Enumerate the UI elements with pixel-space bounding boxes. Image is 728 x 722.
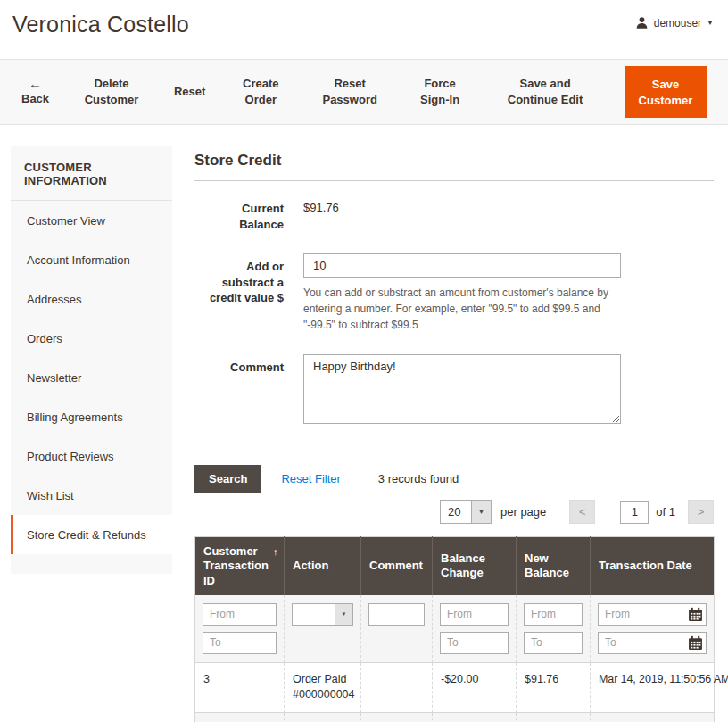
comment-label: Comment bbox=[194, 354, 284, 427]
user-menu[interactable]: demouser ▼ bbox=[635, 16, 714, 29]
reset-password-button[interactable]: Reset Password bbox=[316, 76, 384, 107]
page-header: Veronica Costello demouser ▼ bbox=[0, 0, 728, 59]
user-name: demouser bbox=[654, 17, 701, 29]
reset-filter-link[interactable]: Reset Filter bbox=[281, 472, 340, 485]
back-button[interactable]: ← Back bbox=[21, 77, 49, 107]
next-page-button[interactable]: > bbox=[688, 500, 714, 524]
search-button[interactable]: Search bbox=[194, 465, 261, 493]
sidebar-item-newsletter[interactable]: Newsletter bbox=[11, 358, 172, 397]
table-row[interactable]: 3 Order Paid #000000004 -$20.00 $91.76 M… bbox=[195, 662, 715, 712]
column-header-transaction-id[interactable]: Customer Transaction ID ↑ bbox=[195, 537, 285, 595]
column-header-new-balance[interactable]: New Balance bbox=[517, 537, 591, 595]
save-and-continue-button[interactable]: Save and Continue Edit bbox=[496, 76, 594, 107]
current-balance-value: $91.76 bbox=[303, 201, 339, 232]
column-header-transaction-date[interactable]: Transaction Date bbox=[591, 537, 715, 595]
page-title: Veronica Costello bbox=[12, 12, 189, 37]
calendar-icon[interactable] bbox=[688, 607, 703, 622]
sidebar-item-customer-view[interactable]: Customer View bbox=[11, 201, 172, 240]
table-row[interactable]: 2 Refunded #000000003 +$106.76 $111.76 M… bbox=[195, 712, 715, 722]
chevron-down-icon: ▼ bbox=[471, 501, 491, 523]
balance-change-positive: +$106.76 bbox=[433, 712, 517, 722]
filter-balance-change-to-input[interactable] bbox=[440, 632, 509, 654]
chevron-down-icon: ▼ bbox=[335, 604, 352, 625]
user-icon bbox=[635, 16, 649, 29]
customer-information-sidebar: CUSTOMER INFORMATION Customer View Accou… bbox=[11, 146, 172, 574]
credit-value-input[interactable] bbox=[303, 253, 621, 278]
calendar-icon[interactable] bbox=[688, 635, 703, 651]
current-page-input[interactable] bbox=[620, 501, 649, 524]
credit-value-note: You can add or substract an amount from … bbox=[303, 285, 633, 333]
filter-action-select[interactable]: ▼ bbox=[292, 603, 353, 626]
credit-value-label: Add or substract a credit value $ bbox=[194, 253, 284, 333]
filter-id-to-input[interactable] bbox=[203, 632, 277, 654]
chevron-down-icon: ▼ bbox=[707, 19, 714, 27]
section-title: Store Credit bbox=[194, 146, 714, 181]
sidebar-item-wish-list[interactable]: Wish List bbox=[11, 476, 172, 515]
balance-change-negative: -$20.00 bbox=[433, 662, 517, 712]
filter-balance-change-from-input[interactable] bbox=[440, 603, 509, 626]
filter-row: ▼ bbox=[195, 595, 715, 663]
pagination: 20 ▼ per page < of 1 > bbox=[194, 500, 714, 524]
main-panel: Store Credit Current Balance $91.76 Add … bbox=[194, 146, 714, 722]
filter-new-balance-to-input[interactable] bbox=[524, 632, 583, 654]
filter-id-from-input[interactable] bbox=[203, 603, 277, 626]
sidebar-item-addresses[interactable]: Addresses bbox=[11, 279, 172, 319]
records-found: 3 records found bbox=[378, 472, 459, 485]
filter-comment-input[interactable] bbox=[368, 603, 425, 626]
store-credit-history-table: Customer Transaction ID ↑ Action Comment… bbox=[194, 536, 715, 722]
reset-button[interactable]: Reset bbox=[174, 84, 205, 100]
sidebar-item-product-reviews[interactable]: Product Reviews bbox=[11, 436, 172, 476]
filter-new-balance-from-input[interactable] bbox=[524, 603, 583, 626]
sidebar-item-orders[interactable]: Orders bbox=[11, 319, 172, 358]
save-customer-button[interactable]: Save Customer bbox=[625, 66, 707, 118]
delete-customer-button[interactable]: Delete Customer bbox=[79, 76, 144, 107]
per-page-select[interactable]: 20 ▼ bbox=[440, 500, 492, 524]
create-order-button[interactable]: Create Order bbox=[236, 76, 285, 107]
column-header-comment[interactable]: Comment bbox=[361, 537, 433, 595]
column-header-action[interactable]: Action bbox=[285, 537, 361, 595]
prev-page-button[interactable]: < bbox=[569, 500, 595, 524]
force-signin-button[interactable]: Force Sign-In bbox=[414, 76, 466, 107]
column-header-balance-change[interactable]: Balance Change bbox=[433, 537, 517, 595]
comment-textarea[interactable] bbox=[303, 354, 621, 424]
back-arrow-icon: ← bbox=[21, 77, 49, 92]
sidebar-item-billing-agreements[interactable]: Billing Agreements bbox=[11, 397, 172, 436]
action-toolbar: ← Back Delete Customer Reset Create Orde… bbox=[0, 59, 728, 125]
per-page-label: per page bbox=[500, 505, 546, 519]
sidebar-header: CUSTOMER INFORMATION bbox=[11, 146, 172, 201]
sort-ascending-icon: ↑ bbox=[273, 544, 278, 588]
current-balance-label: Current Balance bbox=[194, 201, 284, 232]
sidebar-item-store-credit-refunds[interactable]: Store Credit & Refunds bbox=[11, 515, 172, 554]
page-count-label: of 1 bbox=[656, 505, 675, 519]
sidebar-item-account-information[interactable]: Account Information bbox=[11, 240, 172, 279]
